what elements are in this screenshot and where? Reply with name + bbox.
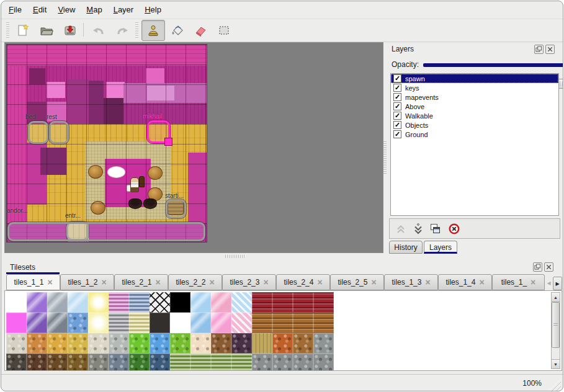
map-object-starti[interactable]: [166, 199, 186, 218]
layer-visibility-checkbox[interactable]: [393, 93, 401, 101]
palette-tile-r0c9[interactable]: [190, 292, 211, 313]
palette-tile-r3c9[interactable]: [190, 354, 211, 371]
layer-visibility-checkbox[interactable]: [393, 102, 401, 110]
palette-tile-r0c4[interactable]: [88, 292, 109, 313]
close-tab-icon[interactable]: [209, 278, 214, 286]
palette-tile-r0c13[interactable]: [272, 292, 293, 313]
layer-visibility-checkbox[interactable]: [393, 130, 401, 138]
close-tab-icon[interactable]: [479, 278, 484, 286]
map-object-bed[interactable]: [28, 121, 48, 144]
map-object-andor[interactable]: [7, 222, 205, 241]
palette-tile-r3c10[interactable]: [211, 354, 231, 371]
palette-tile-r2c11[interactable]: [231, 333, 252, 354]
tab-scroll-right-button[interactable]: ▶: [553, 277, 562, 290]
palette-tile-r0c15[interactable]: [313, 292, 334, 313]
tileset-scrollbar[interactable]: ▲ ▼: [551, 292, 560, 369]
toolbar-grip[interactable]: [6, 22, 9, 38]
palette-tile-r0c8[interactable]: [170, 292, 190, 313]
float-panel-button[interactable]: [533, 262, 542, 272]
close-tab-icon[interactable]: [530, 278, 535, 286]
palette-tile-r1c14[interactable]: [293, 313, 313, 333]
tileset-tab-tiles_2_1[interactable]: tiles_2_1: [114, 274, 168, 290]
close-tab-icon[interactable]: [101, 278, 106, 286]
tileset-tab-tiles_2_3[interactable]: tiles_2_3: [222, 274, 276, 290]
tab-scroll-left-button[interactable]: ◀: [545, 277, 553, 289]
layer-visibility-checkbox[interactable]: [393, 121, 401, 129]
palette-tile-r3c13[interactable]: [272, 354, 293, 371]
layer-visibility-checkbox[interactable]: [393, 112, 401, 120]
palette-tile-r3c14[interactable]: [293, 354, 313, 371]
layer-row-spawn[interactable]: spawn: [391, 74, 558, 83]
palette-tile-r1c7[interactable]: [150, 313, 170, 333]
palette-tile-r2c0[interactable]: [6, 333, 27, 354]
palette-tile-r0c3[interactable]: [68, 292, 88, 313]
palette-tile-r2c8[interactable]: [170, 333, 190, 354]
palette-tile-r1c2[interactable]: [47, 313, 68, 333]
raise-layer-button[interactable]: [393, 221, 408, 236]
palette-tile-r1c10[interactable]: [211, 313, 231, 333]
palette-tile-r2c1[interactable]: [27, 333, 47, 354]
palette-tile-r3c0[interactable]: [6, 354, 27, 371]
palette-tile-r3c2[interactable]: [47, 354, 68, 371]
scroll-down-button[interactable]: ▼: [552, 359, 560, 368]
palette-tile-r1c12[interactable]: [252, 313, 272, 333]
map-canvas[interactable]: bedrestmikhailstarti...entr...andor...: [7, 45, 207, 242]
palette-tile-r3c11[interactable]: [231, 354, 252, 371]
palette-tile-r2c2[interactable]: [47, 333, 68, 354]
layer-row-Walkable[interactable]: Walkable: [391, 111, 558, 120]
palette-tile-r2c12[interactable]: [252, 333, 272, 354]
duplicate-layer-button[interactable]: [428, 221, 443, 236]
palette-tile-r2c3[interactable]: [68, 333, 88, 354]
close-tab-icon[interactable]: [155, 278, 160, 286]
splitter-grip[interactable]: [383, 141, 387, 174]
rect-select-button[interactable]: [212, 20, 236, 41]
palette-tile-r0c1[interactable]: [27, 292, 47, 313]
layer-row-mapevents[interactable]: mapevents: [391, 92, 558, 102]
palette-tile-r0c7[interactable]: [150, 292, 170, 313]
opacity-slider[interactable]: [423, 63, 563, 67]
map-object-mikhail[interactable]: [147, 120, 170, 143]
palette-tile-r1c5[interactable]: [109, 313, 129, 333]
bucket-fill-button[interactable]: [165, 20, 189, 41]
palette-tile-r0c0[interactable]: [6, 292, 27, 313]
close-tab-icon[interactable]: [47, 278, 52, 286]
save-button[interactable]: [58, 20, 82, 41]
palette-tile-r1c0[interactable]: [6, 313, 27, 333]
toolbar-grip-2[interactable]: [135, 22, 138, 38]
palette-tile-r2c7[interactable]: [150, 333, 170, 354]
palette-tile-r1c8[interactable]: [170, 313, 190, 333]
layer-row-keys[interactable]: keys: [391, 83, 558, 92]
delete-layer-button[interactable]: [447, 221, 462, 236]
palette-tile-r1c13[interactable]: [272, 313, 293, 333]
palette-tile-r2c13[interactable]: [272, 333, 293, 354]
tileset-tab-tiles_2_4[interactable]: tiles_2_4: [276, 274, 330, 290]
palette-tile-r2c6[interactable]: [129, 333, 150, 354]
palette-tile-r1c6[interactable]: [129, 313, 150, 333]
menu-edit[interactable]: Edit: [33, 5, 47, 14]
map-view[interactable]: bedrestmikhailstarti...entr...andor...: [4, 42, 383, 253]
palette-tile-r2c4[interactable]: [88, 333, 109, 354]
tab-layers[interactable]: Layers: [424, 241, 457, 254]
tab-history[interactable]: History: [389, 241, 423, 254]
menu-map[interactable]: Map: [86, 5, 102, 14]
layer-visibility-checkbox[interactable]: [393, 74, 401, 82]
menu-help[interactable]: Help: [145, 5, 161, 14]
palette-tile-r3c1[interactable]: [27, 354, 47, 371]
menu-view[interactable]: View: [58, 5, 75, 14]
scroll-up-button[interactable]: ▲: [552, 293, 560, 302]
close-tab-icon[interactable]: [371, 278, 376, 286]
palette-tile-r0c10[interactable]: [211, 292, 231, 313]
redo-button[interactable]: [110, 20, 134, 41]
close-panel-button[interactable]: [544, 262, 553, 272]
close-tab-icon[interactable]: [263, 278, 268, 286]
resize-grip[interactable]: [548, 378, 561, 391]
palette-tile-r3c5[interactable]: [109, 354, 129, 371]
tileset-tab-tiles_1_1[interactable]: tiles_1_1: [6, 274, 60, 290]
tileset-tab-tiles_1_2[interactable]: tiles_1_2: [60, 274, 114, 290]
scrollbar-thumb[interactable]: [552, 302, 560, 348]
tileset-view[interactable]: ▲ ▼: [4, 290, 562, 371]
palette-tile-r0c11[interactable]: [231, 292, 252, 313]
tileset-tab-tiles_1_4[interactable]: tiles_1_4: [438, 274, 492, 290]
palette-tile-r3c7[interactable]: [150, 354, 170, 371]
close-tab-icon[interactable]: [317, 278, 322, 286]
